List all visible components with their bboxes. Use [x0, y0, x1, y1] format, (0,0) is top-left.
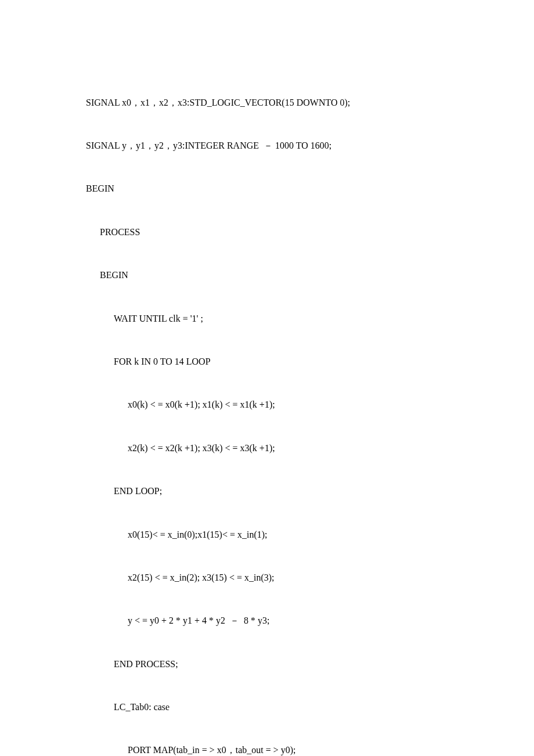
code-line: END LOOP; — [86, 484, 448, 499]
code-line: x2(15) < = x_in(2); x3(15) < = x_in(3); — [86, 571, 448, 585]
code-line: END PROCESS; — [86, 657, 448, 672]
code-line: x2(k) < = x2(k +1); x3(k) < = x3(k +1); — [86, 441, 448, 456]
code-line: SIGNAL y，y1，y2，y3:INTEGER RANGE － 1000 T… — [86, 139, 448, 153]
code-line: y < = y0 + 2 * y1 + 4 * y2 － 8 * y3; — [86, 614, 448, 628]
vhdl-code-block: SIGNAL x0，x1，x2，x3:STD_LOGIC_VECTOR(15 D… — [86, 67, 448, 756]
code-line: LC_Tab0: case — [86, 700, 448, 715]
code-line: WAIT UNTIL clk = '1' ; — [86, 312, 448, 326]
document-page: SIGNAL x0，x1，x2，x3:STD_LOGIC_VECTOR(15 D… — [0, 0, 534, 756]
code-line: PORT MAP(tab_in = > x0，tab_out = > y0); — [86, 743, 448, 756]
code-line: x0(k) < = x0(k +1); x1(k) < = x1(k +1); — [86, 398, 448, 412]
code-line: SIGNAL x0，x1，x2，x3:STD_LOGIC_VECTOR(15 D… — [86, 96, 448, 110]
code-line: FOR k IN 0 TO 14 LOOP — [86, 355, 448, 369]
code-line: PROCESS — [86, 225, 448, 240]
code-line: x0(15)< = x_in(0);x1(15)< = x_in(1); — [86, 528, 448, 542]
code-line: BEGIN — [86, 268, 448, 283]
code-line: BEGIN — [86, 182, 448, 196]
